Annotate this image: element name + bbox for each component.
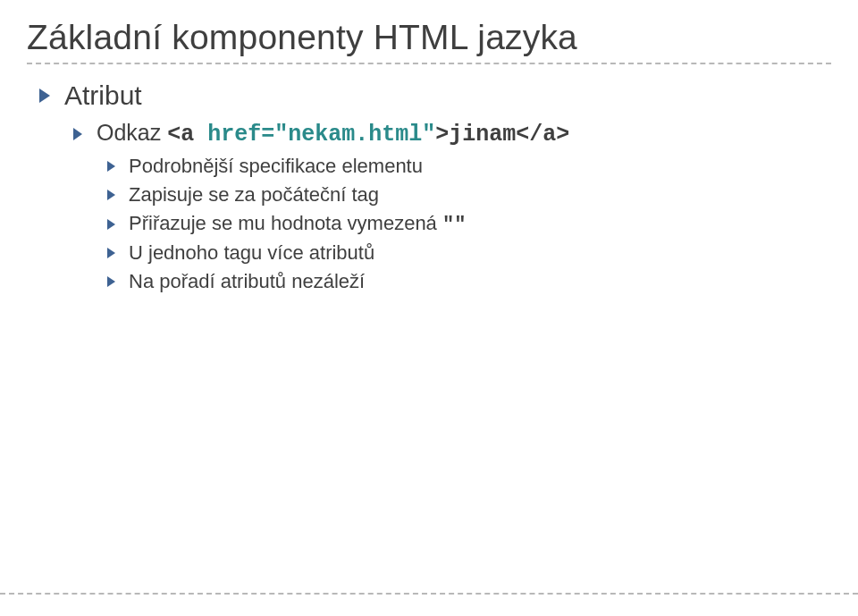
code-highlight-segment: href="nekam.html" — [207, 122, 435, 148]
svg-marker-4 — [107, 219, 115, 230]
svg-marker-3 — [107, 190, 115, 200]
bullet-level3: Na pořadí atributů nezáleží — [107, 270, 831, 293]
svg-marker-1 — [73, 128, 82, 140]
text-segment: Přiřazuje se mu hodnota vymezená — [129, 212, 442, 234]
bullet-level1: Atribut — [39, 80, 831, 111]
bullet-level1-text: Atribut — [64, 80, 142, 111]
svg-marker-2 — [107, 161, 115, 172]
triangle-bullet-icon — [107, 219, 116, 230]
triangle-bullet-icon — [39, 89, 52, 103]
bullet-level3: U jednoho tagu více atributů — [107, 241, 831, 265]
bullet-level3-text: Zapisuje se za počáteční tag — [129, 183, 379, 207]
svg-marker-0 — [39, 89, 50, 103]
bullet-level3-text: U jednoho tagu více atributů — [129, 241, 374, 265]
bullet-level3-text: Na pořadí atributů nezáleží — [129, 270, 365, 293]
bullet-level3: Přiřazuje se mu hodnota vymezená "" — [107, 212, 831, 236]
triangle-bullet-icon — [107, 248, 116, 258]
bullet-level3-text: Podrobnější specifikace elementu — [129, 155, 423, 178]
bullet-level2: Odkaz <a href="nekam.html">jinam</a> — [73, 120, 831, 148]
triangle-bullet-icon — [73, 128, 84, 140]
bullet-level3: Podrobnější specifikace elementu — [107, 155, 831, 178]
bullet-level2-text: Odkaz <a href="nekam.html">jinam</a> — [97, 120, 569, 148]
svg-marker-6 — [107, 276, 115, 287]
bullet-level3-text: Přiřazuje se mu hodnota vymezená "" — [129, 212, 466, 236]
svg-marker-5 — [107, 248, 115, 258]
triangle-bullet-icon — [107, 190, 116, 200]
slide-title: Základní komponenty HTML jazyka — [27, 18, 831, 57]
triangle-bullet-icon — [107, 161, 116, 172]
code-segment: >jinam</a> — [435, 122, 569, 148]
footer-divider — [0, 593, 858, 595]
code-segment: <a — [167, 122, 207, 148]
slide: Základní komponenty HTML jazyka Atribut … — [0, 0, 858, 616]
code-segment: "" — [442, 214, 466, 236]
code-prefix: Odkaz — [97, 120, 167, 145]
triangle-bullet-icon — [107, 276, 116, 287]
bullet-level3: Zapisuje se za počáteční tag — [107, 183, 831, 207]
title-divider — [27, 63, 831, 64]
